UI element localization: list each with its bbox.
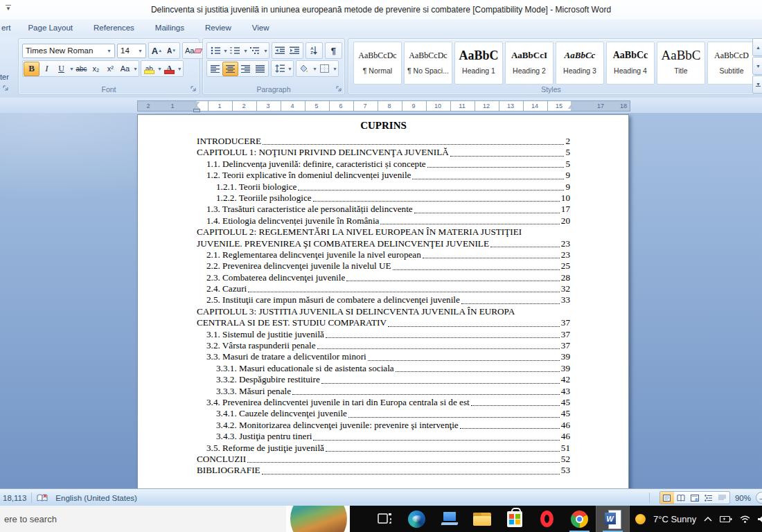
right-indent-marker[interactable] <box>568 105 574 109</box>
numbering-button[interactable] <box>228 44 242 57</box>
style-item[interactable]: AaBbCcHeading 3 <box>556 42 604 85</box>
toc-entry: 3.4.1. Cauzele delincvenţei juvenile45 <box>197 408 570 419</box>
tab-insert-partial[interactable]: ert <box>0 21 17 35</box>
paragraph-group-label: Paragraph <box>203 85 344 94</box>
document-page[interactable]: CUPRINS INTRODUCERE2CAPITOLUL 1: NOŢIUNI… <box>137 114 629 488</box>
underline-button[interactable]: U <box>54 62 69 76</box>
style-item[interactable]: AaBbCTitle <box>657 42 705 85</box>
word-count[interactable]: 18,113 <box>0 494 26 502</box>
document-area: CUPRINS INTRODUCERE2CAPITOLUL 1: NOŢIUNI… <box>0 113 762 488</box>
outline-view-button[interactable] <box>702 492 716 504</box>
sun-weather-icon[interactable] <box>635 514 646 524</box>
justify-button[interactable] <box>253 62 267 76</box>
clipboard-dialog-launcher-icon[interactable] <box>1 84 10 92</box>
draft-view-button[interactable] <box>716 492 729 504</box>
grow-font-button[interactable]: A▲ <box>150 44 164 57</box>
borders-button[interactable] <box>317 62 332 76</box>
font-group-label: Font <box>19 85 199 94</box>
task-view-button[interactable] <box>368 506 400 532</box>
language-status[interactable]: English (United States) <box>55 494 137 502</box>
styles-more-button[interactable]: ▼ <box>752 76 762 94</box>
paragraph-dialog-launcher-icon[interactable] <box>335 85 343 93</box>
print-layout-view-button[interactable] <box>660 492 674 504</box>
bold-button[interactable]: B <box>24 62 39 76</box>
battery-icon[interactable] <box>720 515 732 523</box>
styles-scroll-up-button[interactable]: ▲ <box>752 38 762 56</box>
superscript-button[interactable]: x² <box>103 62 118 76</box>
line-spacing-button[interactable] <box>272 62 287 76</box>
strikethrough-button[interactable]: abc <box>74 62 89 76</box>
opera-icon <box>540 511 553 527</box>
style-item[interactable]: AaBbCcDc¶ Normal <box>353 42 402 85</box>
toc-entry: 3.4.3. Justiţia pentru tineri46 <box>197 431 570 442</box>
ruler-number: 15 <box>556 103 562 109</box>
speaker-icon[interactable] <box>758 515 762 523</box>
edge-button[interactable] <box>400 506 433 532</box>
tab-review[interactable]: Review <box>195 21 242 35</box>
font-dialog-launcher-icon[interactable] <box>189 85 197 93</box>
shading-button[interactable] <box>297 62 312 76</box>
toc-entry: CAPITOLUL 1: NOŢIUNI PRIVIND DELINCVENŢA… <box>197 147 570 158</box>
zoom-level[interactable]: 90% <box>735 494 751 502</box>
italic-button[interactable]: I <box>39 62 54 76</box>
font-name-combo[interactable]: Times New Roman▼ <box>22 44 115 58</box>
opera-button[interactable] <box>531 506 563 532</box>
spellcheck-icon[interactable] <box>37 493 48 502</box>
shrink-font-button[interactable]: A▼ <box>164 44 179 57</box>
bullets-button[interactable] <box>208 44 222 57</box>
text-highlight-button[interactable]: ab <box>142 62 157 76</box>
show-hide-pilcrow-button[interactable]: ¶ <box>326 44 341 57</box>
tab-mailings[interactable]: Mailings <box>145 21 195 35</box>
store-button[interactable] <box>498 506 531 532</box>
zoom-out-button[interactable]: – <box>756 492 762 504</box>
toc-list: INTRODUCERE2CAPITOLUL 1: NOŢIUNI PRIVIND… <box>197 136 570 477</box>
pc-button[interactable] <box>433 506 466 532</box>
wifi-icon[interactable] <box>740 515 750 523</box>
toc-entry: 2.1. Reglementarea delincvenţei juvenile… <box>197 249 570 260</box>
ruler-number: 1 <box>170 103 174 109</box>
taskbar-search-box[interactable]: ere to search <box>0 506 350 532</box>
chrome-button[interactable] <box>563 506 596 532</box>
file-explorer-button[interactable] <box>466 506 498 532</box>
style-item[interactable]: AaBbCcHeading 4 <box>606 42 655 85</box>
paragraph-group: ▼ ▼ ▼ AZ <box>202 38 345 95</box>
clear-formatting-button[interactable]: Aa <box>184 44 203 57</box>
underline-chevron-icon[interactable]: ▼ <box>69 66 74 71</box>
subscript-button[interactable]: x₂ <box>89 62 103 76</box>
style-item[interactable]: AaBbCcDc¶ No Spaci... <box>404 42 452 85</box>
font-size-combo[interactable]: 14▼ <box>117 44 146 58</box>
tab-page-layout[interactable]: Page Layout <box>17 21 83 35</box>
increase-indent-button[interactable] <box>287 44 302 57</box>
word-button[interactable]: W <box>596 506 630 532</box>
toc-entry: 3.3. Masuri de tratare a delicventilor m… <box>197 351 570 362</box>
align-center-button[interactable] <box>222 62 238 76</box>
edge-icon <box>408 511 425 528</box>
chevron-up-icon[interactable] <box>704 517 712 522</box>
font-color-button[interactable]: A <box>162 62 177 76</box>
style-item[interactable]: AaBbCcIHeading 2 <box>505 42 553 85</box>
tab-view[interactable]: View <box>242 21 280 35</box>
web-layout-view-button[interactable] <box>688 492 702 504</box>
decrease-indent-button[interactable] <box>273 44 287 57</box>
full-screen-reading-view-button[interactable] <box>674 492 688 504</box>
toc-entry: 1.2. Teorii explicative în domeniul deli… <box>197 170 570 181</box>
sort-button[interactable]: AZ <box>307 44 321 57</box>
styles-scroll-down-button[interactable]: ▼ <box>752 57 762 75</box>
highlight-chevron-icon[interactable]: ▼ <box>157 66 162 71</box>
ruler-row: 211234567891011121314151718 <box>0 98 762 113</box>
search-interest-image[interactable] <box>286 506 350 532</box>
align-left-button[interactable] <box>208 62 222 76</box>
toc-entry: CAPITOLUL 3: JUSTITIA JUVENILA SI DELINC… <box>197 306 570 317</box>
align-right-button[interactable] <box>238 62 253 76</box>
weather-status[interactable]: 7°C Sunny <box>653 514 696 524</box>
font-color-chevron-icon[interactable]: ▼ <box>177 66 182 71</box>
toc-entry: JUVENILE. PREVENIREA ŞI COMBATEREA DELIN… <box>197 238 570 249</box>
quick-access-customize-icon[interactable]: ▼ <box>6 5 11 12</box>
change-case-button[interactable]: Aa <box>118 62 132 76</box>
left-indent-marker[interactable] <box>193 109 200 112</box>
change-case-chevron-icon[interactable]: ▼ <box>133 66 138 71</box>
style-item[interactable]: AaBbCcDSubtitle <box>707 42 756 85</box>
style-item[interactable]: AaBbCHeading 1 <box>454 42 503 85</box>
multilevel-list-button[interactable] <box>248 44 263 57</box>
tab-references[interactable]: References <box>83 21 145 35</box>
